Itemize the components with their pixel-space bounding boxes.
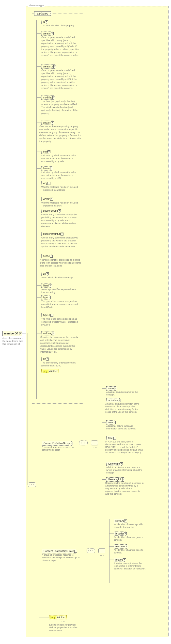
- attr-modified[interactable]: modified+: [41, 96, 54, 100]
- attr-why[interactable]: why+: [41, 181, 49, 185]
- plus-icon[interactable]: +: [51, 32, 54, 35]
- attr-dir[interactable]: dir+: [41, 357, 48, 361]
- attr-whyuri-doc: Why the metadata has been included - exp…: [41, 201, 78, 207]
- connector: [28, 333, 28, 485]
- root-element-memberof[interactable]: memberOf −: [2, 331, 22, 336]
- plus-icon[interactable]: +: [50, 198, 53, 200]
- choice-stack: [98, 548, 105, 553]
- child-hierarchyinfo-doc: Represents the position of a concept in …: [105, 482, 144, 495]
- plus-icon[interactable]: +: [48, 296, 51, 299]
- attr-type-doc: The type of the concept assigned as cont…: [41, 300, 78, 308]
- plus-icon[interactable]: +: [49, 284, 52, 287]
- child-related[interactable]: related+: [114, 558, 125, 562]
- connector: [102, 438, 106, 438]
- plus-icon[interactable]: +: [48, 150, 50, 153]
- attr-creator[interactable]: creator+: [41, 32, 52, 36]
- attr-literal[interactable]: literal+: [41, 284, 51, 288]
- connector: [36, 274, 41, 274]
- connector: [36, 152, 41, 152]
- group-conceptdefinition[interactable]: ConceptDefinitionGroup −: [42, 441, 72, 446]
- child-narrower-doc: An identifier of a more specific concept…: [114, 549, 150, 554]
- connector: [83, 551, 86, 551]
- plus-icon[interactable]: +: [51, 121, 54, 124]
- child-hierarchyinfo[interactable]: hierarchyInfo+: [106, 478, 124, 482]
- attr-pubconstrainturi[interactable]: pubconstrainturi+: [41, 232, 62, 236]
- child-definition[interactable]: definition+: [106, 398, 120, 402]
- connector: [36, 22, 41, 22]
- child-facet[interactable]: facet+: [106, 436, 115, 440]
- plus-icon[interactable]: +: [114, 387, 117, 390]
- plus-icon[interactable]: +: [48, 182, 50, 185]
- attr-type[interactable]: type+: [41, 295, 50, 300]
- attr-uri[interactable]: uri+: [41, 272, 48, 276]
- minus-icon[interactable]: −: [19, 332, 22, 335]
- body-any-other[interactable]: any##other: [49, 615, 67, 620]
- attr-typeuri[interactable]: typeuri+: [41, 313, 52, 317]
- any-ns: ##other: [49, 370, 58, 372]
- attr-modified-doc: The date (and, optionally, the time) whe…: [41, 100, 78, 115]
- attributes-title: attributes −: [34, 11, 51, 16]
- attr-pubconstraint[interactable]: pubconstraint+: [41, 209, 60, 213]
- group-conceptdefinition-doc: A group of properties required to define…: [42, 446, 79, 451]
- attr-any-other[interactable]: any##other: [41, 369, 59, 373]
- plus-icon[interactable]: +: [124, 520, 127, 522]
- connector: [36, 122, 41, 123]
- group-conceptrelationships-doc: A group of properties required to indica…: [42, 554, 81, 562]
- plus-icon[interactable]: +: [50, 255, 53, 258]
- plus-icon[interactable]: +: [46, 358, 49, 360]
- child-broader[interactable]: broader+: [114, 532, 126, 536]
- child-remoteinfo[interactable]: remoteInfo+: [106, 462, 122, 466]
- connector: [36, 211, 41, 211]
- plus-icon[interactable]: +: [124, 532, 127, 535]
- attr-custom[interactable]: custom+: [41, 120, 53, 125]
- type-label: Flex1PropType: [28, 4, 44, 7]
- attr-howuri-doc: Indicates by which means the value was e…: [41, 171, 78, 180]
- plus-icon[interactable]: +: [120, 462, 123, 465]
- attr-qcode[interactable]: qcode+: [41, 254, 52, 258]
- attr-dir-doc: The directionality of textual content (e…: [41, 361, 78, 367]
- plus-icon[interactable]: +: [52, 96, 55, 99]
- plus-icon[interactable]: +: [122, 478, 125, 481]
- choice-stack: [91, 440, 98, 446]
- connector: [36, 297, 41, 298]
- minus-icon[interactable]: −: [70, 442, 73, 445]
- plus-icon[interactable]: +: [123, 558, 126, 561]
- attr-how[interactable]: how+: [41, 150, 49, 154]
- sequence-compositor: [86, 548, 95, 553]
- connector: [36, 256, 41, 256]
- connector: [39, 443, 39, 620]
- connector: [76, 443, 79, 443]
- plus-icon[interactable]: +: [45, 20, 48, 24]
- connector: [105, 551, 109, 551]
- attr-creatoruri-doc: If the property value is not defined, sp…: [41, 69, 80, 90]
- attr-howuri[interactable]: howuri+: [41, 166, 52, 170]
- plus-icon[interactable]: +: [54, 65, 56, 68]
- child-sameas[interactable]: sameAs+: [114, 519, 126, 523]
- attr-xmllang[interactable]: xml:lang+: [41, 331, 54, 336]
- plus-icon[interactable]: +: [113, 421, 116, 424]
- minus-icon[interactable]: −: [49, 12, 52, 15]
- group-conceptrelationships[interactable]: ConceptRelationshipsGroup −: [42, 549, 76, 554]
- occurrence-label: 0..∞: [100, 554, 104, 557]
- plus-icon[interactable]: +: [46, 272, 49, 275]
- attr-id-doc: The local identifier of the property.: [41, 24, 78, 27]
- connector: [98, 443, 102, 443]
- plus-icon[interactable]: +: [125, 545, 128, 548]
- attr-whyuri[interactable]: whyuri+: [41, 197, 52, 201]
- minus-icon[interactable]: −: [74, 550, 77, 553]
- child-name[interactable]: name+: [106, 386, 116, 390]
- plus-icon[interactable]: +: [52, 332, 55, 335]
- sequence-compositor: [28, 482, 36, 487]
- plus-icon[interactable]: +: [60, 232, 64, 236]
- child-note[interactable]: note+: [106, 420, 114, 424]
- child-name-doc: A natural language name for the concept.: [106, 391, 143, 396]
- child-narrower[interactable]: narrower+: [114, 544, 127, 548]
- attr-id[interactable]: id+: [41, 20, 47, 24]
- plus-icon[interactable]: +: [114, 437, 116, 440]
- attr-creatoruri[interactable]: creatoruri+: [41, 64, 55, 69]
- plus-icon[interactable]: +: [50, 167, 53, 170]
- connector: [95, 551, 98, 551]
- plus-icon[interactable]: +: [50, 314, 54, 317]
- plus-icon[interactable]: +: [118, 399, 121, 402]
- plus-icon[interactable]: +: [58, 210, 61, 212]
